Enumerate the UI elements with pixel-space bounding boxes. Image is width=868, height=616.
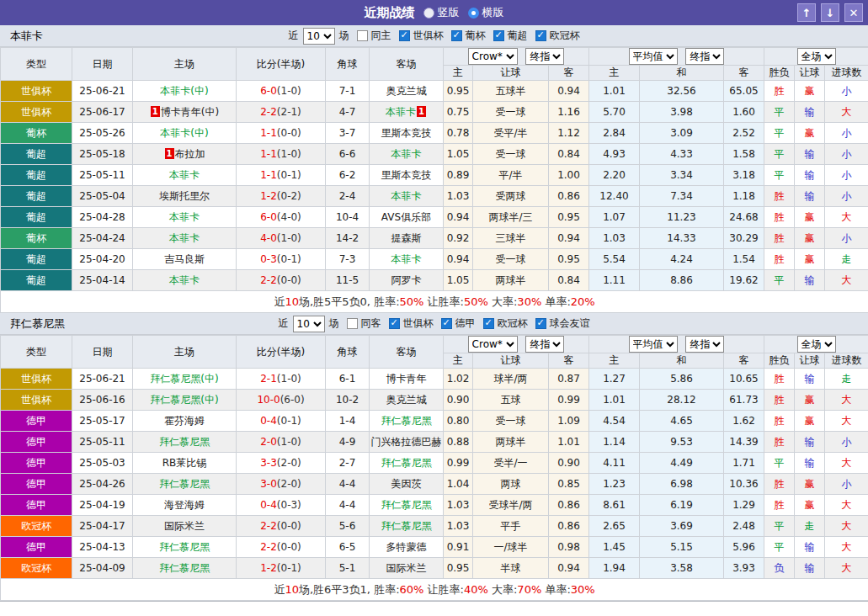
full-score: 1-1	[260, 148, 277, 160]
league-label: 欧冠杯	[550, 29, 580, 43]
handicap-odds-value: 0.85	[549, 474, 589, 495]
period-select[interactable]: 全场	[797, 336, 836, 353]
handicap-odds-value: 受一球	[473, 144, 549, 165]
home-team-cell: 本菲卡(中)	[133, 81, 237, 102]
result-winloss: 平	[764, 516, 795, 537]
euro-odds-group: 平均值 终指	[589, 48, 764, 66]
team-section-header-bayern: 拜仁慕尼黑 近 10 场 同客 世俱杯 德甲 欧冠杯 球会友谊	[0, 313, 868, 335]
euro-odds-value: 3.58	[640, 558, 724, 579]
radio-horizontal-layout[interactable]: 横版	[468, 5, 504, 20]
match-date: 25-06-16	[72, 390, 133, 411]
full-score: 0-3	[260, 253, 277, 265]
result-handicap: 赢	[795, 495, 825, 516]
odds-time-select[interactable]: 终指	[525, 48, 564, 65]
result-goals: 大	[825, 411, 868, 432]
away-team-name: 奥克兰城	[386, 394, 427, 406]
same-venue-checkbox[interactable]	[357, 30, 368, 41]
league-checkbox[interactable]	[483, 318, 494, 329]
handicap-odds-value: 0.80	[444, 411, 473, 432]
euro-odds-value: 8.86	[640, 270, 724, 291]
result-winloss: 胜	[764, 390, 795, 411]
euro-odds-value: 1.58	[724, 144, 764, 165]
up-arrow-icon: ↑	[802, 7, 812, 19]
full-score: 0-4	[260, 415, 277, 427]
handicap-odds-value: 受球半/两	[473, 495, 549, 516]
move-up-button[interactable]: ↑	[797, 3, 816, 22]
period-select[interactable]: 全场	[797, 48, 836, 65]
radio-icon[interactable]	[423, 8, 434, 19]
col-score: 比分(半场)	[237, 336, 326, 369]
euro-odds-value: 2.48	[724, 516, 764, 537]
corner-score: 10-4	[326, 207, 370, 228]
handicap-odds-value: 0.95	[444, 558, 473, 579]
result-handicap: 赢	[795, 228, 825, 249]
euro-odds-value: 19.62	[724, 270, 764, 291]
score-cell: 2-2(2-1)	[237, 102, 326, 123]
match-count-select[interactable]: 10	[303, 28, 335, 45]
euro-odds-value: 2.20	[589, 165, 640, 186]
handicap-odds-value: 0.90	[444, 390, 473, 411]
euro-avg-select[interactable]: 平均值	[629, 336, 678, 353]
home-team-name: 拜仁慕尼黑	[159, 436, 210, 448]
competition-label: 葡超	[26, 253, 46, 265]
handicap-odds-value: 两球半	[473, 270, 549, 291]
league-checkbox[interactable]	[441, 318, 452, 329]
euro-odds-value: 1.03	[589, 228, 640, 249]
league-checkbox[interactable]	[493, 30, 504, 41]
result-handicap: 赢	[795, 123, 825, 144]
league-checkbox[interactable]	[535, 318, 546, 329]
competition-label: 德甲	[26, 478, 46, 490]
euro-odds-value: 11.23	[640, 207, 724, 228]
move-down-button[interactable]: ↓	[821, 3, 839, 22]
home-team-cell: 本菲卡	[133, 207, 237, 228]
competition-badge: 德甲	[1, 432, 72, 453]
euro-time-select[interactable]: 终指	[685, 336, 724, 353]
odds-company-select[interactable]: Crow*	[468, 48, 518, 65]
result-handicap: 输	[795, 537, 825, 558]
euro-time-select[interactable]: 终指	[685, 48, 724, 65]
match-row: 葡超25-05-11本菲卡1-1(0-1)6-2里斯本竞技0.89平/半1.00…	[1, 165, 868, 186]
result-goals: 大	[825, 390, 868, 411]
league-label: 世俱杯	[413, 29, 444, 43]
half-score: (4-0)	[277, 211, 301, 223]
handicap-odds-value: 球半/两	[473, 369, 549, 390]
half-score: (0-0)	[277, 274, 301, 286]
corner-score: 6-1	[326, 369, 370, 390]
match-row: 葡超25-05-181布拉加1-1(1-0)6-6本菲卡1.05受一球0.844…	[1, 144, 868, 165]
match-count-select[interactable]: 10	[293, 316, 325, 332]
away-team-cell: 多特蒙德	[370, 537, 444, 558]
full-score: 2-2	[260, 274, 277, 286]
league-checkbox[interactable]	[389, 318, 400, 329]
odds-time-select[interactable]: 终指	[525, 336, 564, 353]
radio-vertical-layout[interactable]: 竖版	[423, 5, 460, 20]
handicap-odds-value: 0.89	[444, 165, 473, 186]
competition-badge: 欧冠杯	[1, 558, 72, 579]
match-date: 25-04-24	[72, 228, 133, 249]
match-row: 欧冠杯25-04-09拜仁慕尼黑1-2(0-1)5-1国际米兰0.95半球0.9…	[1, 558, 868, 579]
same-venue-checkbox[interactable]	[347, 318, 358, 329]
euro-avg-select[interactable]: 平均值	[629, 48, 678, 65]
result-winloss: 胜	[764, 81, 795, 102]
full-score: 4-0	[260, 232, 277, 244]
col-type: 类型	[1, 48, 72, 81]
result-goals: 小	[825, 228, 868, 249]
score-cell: 2-0(1-0)	[237, 432, 326, 453]
match-table-benfica: 类型 日期 主场 比分(半场) 角球 客场 Crow* 终指 平均值 终指 全场…	[0, 47, 868, 313]
match-row: 德甲25-05-03RB莱比锡3-3(2-0)2-7拜仁慕尼黑0.99受半/一0…	[1, 453, 868, 474]
league-checkbox[interactable]	[399, 30, 410, 41]
competition-badge: 世俱杯	[1, 390, 72, 411]
euro-odds-value: 1.62	[724, 411, 764, 432]
odds-company-select[interactable]: Crow*	[468, 336, 518, 353]
col-euro-home: 主	[589, 353, 640, 369]
league-checkbox[interactable]	[535, 30, 546, 41]
close-button[interactable]: ✕	[844, 3, 863, 22]
away-team-name: 里斯本竞技	[381, 127, 432, 139]
corner-score: 4-7	[326, 102, 370, 123]
league-checkbox[interactable]	[451, 30, 462, 41]
team-name: 拜仁慕尼黑	[10, 316, 65, 332]
euro-odds-value: 4.54	[589, 411, 640, 432]
radio-icon[interactable]	[468, 8, 479, 19]
away-team-cell: 拜仁慕尼黑	[370, 516, 444, 537]
competition-label: 德甲	[26, 541, 46, 553]
competition-badge: 葡超	[1, 144, 72, 165]
